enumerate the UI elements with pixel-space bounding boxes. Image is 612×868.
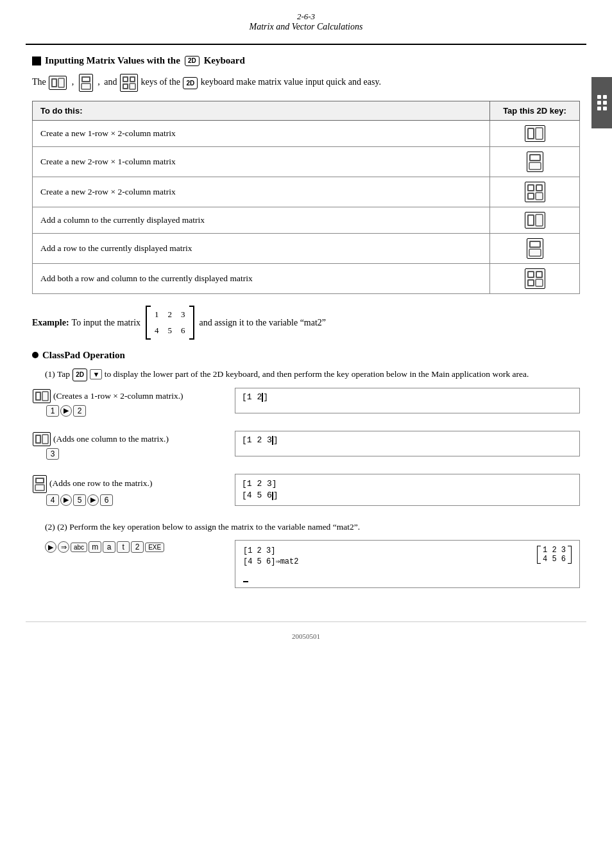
key-abc: abc [71, 542, 87, 552]
step2-label: (2) [32, 522, 57, 532]
svg-rect-40 [37, 393, 40, 399]
step1c-icon-line: (Adds one row to the matrix.) [32, 475, 225, 493]
table-key-icon-1x2 [525, 212, 545, 229]
step2-left: ▶ ⇒ abc m a t 2 EXE [32, 540, 225, 557]
header: 2-6-3 Matrix and Vector Calculations [0, 0, 612, 39]
key-5: 5 [73, 494, 86, 506]
key-t: t [117, 541, 130, 553]
key-4: 4 [46, 494, 59, 506]
svg-rect-1 [53, 80, 56, 86]
step1b-icon-line: (Adds one column to the matrix.) [32, 432, 225, 447]
key-2: 2 [73, 405, 86, 417]
table-key-icon-2x2 [525, 182, 545, 202]
table-row: Add a column to the currently displayed … [33, 207, 580, 234]
svg-rect-43 [37, 436, 40, 442]
svg-rect-12 [130, 83, 135, 89]
step1c-screen-row1: [1 2 3] [242, 478, 573, 490]
table-key-icon-2x1 [527, 152, 543, 172]
step1c-screen: [1 2 3] [4 5 6] [235, 474, 580, 506]
table-cell-key [490, 177, 580, 207]
svg-rect-5 [81, 83, 90, 89]
matrix-1x2-icon [49, 76, 67, 90]
bracket-right [189, 306, 194, 340]
comma1: , [72, 77, 74, 87]
step1c-block: (Adds one row to the matrix.) 4 ▶ 5 ▶ 6 … [32, 474, 580, 510]
svg-rect-27 [529, 216, 533, 225]
step1c-keys: 4 ▶ 5 ▶ 6 [32, 494, 225, 506]
section-heading: Inputting Matrix Values with the 2D Keyb… [32, 55, 580, 66]
intro-text: The , , and [32, 74, 580, 92]
svg-rect-31 [529, 249, 541, 256]
step2-screen-main-row2: [4 5 6]⇒mat2 [243, 557, 524, 568]
step1b-left: (Adds one column to the matrix.) 3 [32, 431, 225, 464]
step1c-right: [1 2 3] [4 5 6] [235, 474, 580, 508]
svg-rect-22 [537, 186, 541, 190]
svg-rect-46 [37, 479, 43, 482]
side-tab-dot [597, 101, 601, 105]
side-tab-dot [603, 95, 607, 99]
key-right2: ▶ [60, 494, 72, 506]
table-cell-action: Add a row to the currently displayed mat… [33, 234, 490, 264]
svg-rect-44 [42, 435, 48, 444]
key-right3: ▶ [87, 494, 99, 506]
screen-with-result: [1 2 3] [4 5 6]⇒mat2 1 2 3 4 5 6 [243, 546, 572, 568]
step2-text: (2) (2) Perform the key operation below … [32, 520, 580, 534]
step1a-left: (Creates a 1-row × 2-column matrix.) 1 ▶… [32, 388, 225, 421]
example-matrix: 1 2 3 4 5 6 [146, 306, 194, 340]
intro-rest: keys of the [140, 77, 180, 87]
step1b-block: (Adds one column to the matrix.) 3 [1 2 … [32, 431, 580, 464]
step2-keys: ▶ ⇒ abc m a t 2 EXE [32, 541, 225, 553]
example-text-after: and assign it to the variable “mat2” [200, 315, 327, 331]
2d-key-step1: 2D [72, 369, 87, 381]
table-cell-action: Add a column to the currently displayed … [33, 207, 490, 234]
intro-and: and [104, 77, 117, 87]
svg-rect-33 [529, 272, 533, 277]
table-row: Add a row to the currently displayed mat… [33, 234, 580, 264]
step1-text: (1) Tap 2D ▼ to display the lower part o… [32, 367, 580, 381]
svg-rect-2 [58, 78, 64, 87]
matrix-content: 1 2 3 4 5 6 [151, 306, 189, 340]
key-arrow-right: ⇒ [58, 541, 69, 553]
table-row: Add both a row and column to the current… [33, 264, 580, 294]
table-cell-action: Create a new 1-row × 2-column matrix [33, 121, 490, 147]
page: 2-6-3 Matrix and Vector Calculations Inp… [0, 0, 612, 868]
svg-rect-4 [83, 78, 89, 81]
side-tab [591, 77, 612, 128]
step2-result-matrix: 1 2 3 4 5 6 [537, 546, 572, 564]
example-text-before: To input the matrix [72, 315, 141, 331]
matrix-2x1-icon [79, 74, 93, 92]
step2-cursor-line [243, 573, 572, 582]
table-cell-key [490, 207, 580, 234]
key-play: ▶ [45, 541, 56, 553]
step2-right: [1 2 3] [4 5 6]⇒mat2 1 2 3 4 5 6 [235, 540, 580, 588]
svg-rect-11 [124, 85, 127, 88]
result-row2: 4 5 6 [543, 555, 566, 564]
svg-rect-17 [531, 155, 540, 160]
svg-rect-18 [529, 162, 541, 169]
side-tab-dot [603, 101, 607, 105]
svg-rect-25 [536, 193, 543, 200]
svg-rect-35 [537, 272, 541, 277]
table-key-icon-2x1 [527, 238, 543, 259]
svg-rect-15 [536, 128, 543, 139]
table-cell-key [490, 121, 580, 147]
step1a-desc: (Creates a 1-row × 2-column matrix.) [53, 389, 183, 404]
step1c-screen-row2: [4 5 6] [242, 490, 573, 501]
down-arrow-icon: ▼ [90, 369, 102, 379]
svg-rect-28 [536, 214, 543, 226]
table-header-key: Tap this 2D key: [490, 101, 580, 121]
page-ref: 2-6-3 [26, 12, 586, 22]
step1a-icon-line: (Creates a 1-row × 2-column matrix.) [32, 389, 225, 404]
svg-rect-47 [35, 485, 44, 490]
table-cell-key [490, 264, 580, 294]
table-cell-action: Create a new 2-row × 1-column matrix [33, 147, 490, 177]
svg-rect-41 [42, 392, 48, 401]
svg-rect-9 [131, 78, 134, 81]
step1a-screen: [1 2] [235, 388, 580, 413]
svg-rect-37 [529, 281, 533, 285]
intro-the: The [32, 77, 46, 87]
step2-screen-main-row1: [1 2 3] [243, 546, 524, 557]
table-header-action: To do this: [33, 101, 490, 121]
step1-tap: Tap [57, 369, 70, 379]
table-cell-key [490, 234, 580, 264]
